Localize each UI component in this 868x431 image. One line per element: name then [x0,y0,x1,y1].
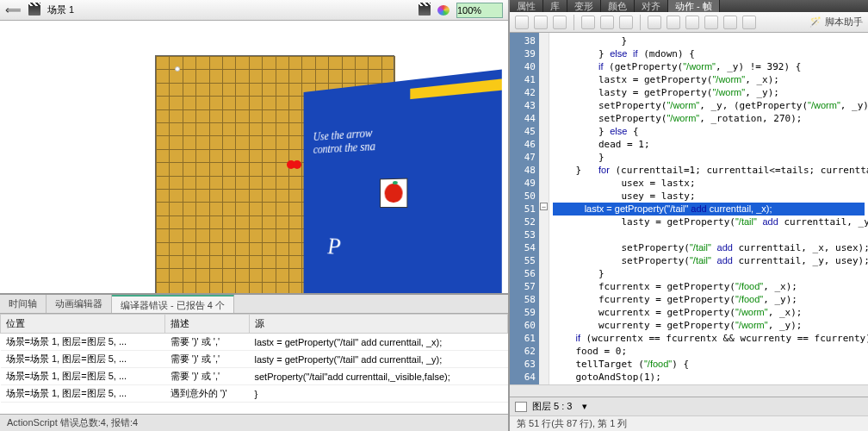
scene-icon [28,5,40,16]
errors-table[interactable]: 位置 描述 源 场景=场景 1, 图层=图层 5, ...需要 ')' 或 ',… [0,314,508,414]
find-icon[interactable] [534,16,548,29]
layer-icon [515,402,527,412]
tab-library[interactable]: 库 [543,0,567,12]
zoom-select[interactable] [456,3,503,18]
back-arrow-icon[interactable]: ⟸ [5,3,22,16]
scene-name: 场景 1 [47,3,74,16]
banner-stripe [410,78,501,99]
collapse-icon[interactable] [666,16,680,29]
error-row[interactable]: 场景=场景 1, 图层=图层 5, ...遇到意外的 ')'} [1,385,508,403]
tab-timeline[interactable]: 时间轴 [0,295,46,313]
code-status: 第 51 行(共 87 行), 第 1 列 [510,415,868,431]
tab-align[interactable]: 对齐 [635,0,668,12]
tab-actions[interactable]: 动作 - 帧 [668,0,720,12]
bottom-tabs: 时间轴 动画编辑器 编译器错误 - 已报告 4 个 [0,295,508,314]
tab-compiler-errors[interactable]: 编译器错误 - 已报告 4 个 [112,295,234,313]
tab-transform[interactable]: 变形 [567,0,601,12]
col-source[interactable]: 源 [249,315,507,334]
code-editor[interactable]: 3839404142434445464748495051525354555657… [510,33,868,384]
error-row[interactable]: 场景=场景 1, 图层=图层 5, ...需要 ')' 或 ','lastx =… [1,334,508,351]
stage-canvas[interactable]: Use the arrow controt the sna P [155,55,394,293]
status-bar: ActionScript 错误总数:4, 报错:4 [0,414,508,431]
col-location[interactable]: 位置 [1,315,165,334]
panel-tabs: 属性 库 变形 颜色 对齐 动作 - 帧 [510,0,868,12]
add-snippet-icon[interactable] [515,16,529,29]
stage-header: ⟸ 场景 1 [0,0,508,21]
title-card: Use the arrow controt the sna P [304,69,502,293]
tab-motion-editor[interactable]: 动画编辑器 [46,295,112,313]
layer-tab[interactable]: 图层 5 : 3 [532,400,572,413]
expand-icon[interactable] [685,16,699,29]
error-row[interactable]: 场景=场景 1, 图层=图层 5, ...需要 ')' 或 ','lasty =… [1,351,508,368]
debug-icon[interactable] [648,16,661,29]
edit-scene-icon[interactable] [418,5,431,16]
code-toolbar: 🪄 脚本助手 [510,12,868,33]
stage-area[interactable]: Use the arrow controt the sna P [0,21,508,293]
apple-card [380,178,407,208]
col-desc[interactable]: 描述 [165,315,250,334]
tab-properties[interactable]: 属性 [510,0,543,12]
check-syntax-icon[interactable] [581,16,595,29]
fold-minus-icon[interactable]: − [540,203,548,210]
chevron-down-icon[interactable]: ▾ [582,401,587,412]
auto-format-icon[interactable] [600,16,614,29]
target-icon[interactable] [553,16,567,29]
layer-tab-bar: 图层 5 : 3 ▾ [510,397,868,415]
error-row[interactable]: 场景=场景 1, 图层=图层 5, ...需要 ')' 或 ','setProp… [1,368,508,385]
apply-icon[interactable] [742,16,756,29]
wand-icon: 🪄 [809,16,822,28]
worm-head [175,66,180,72]
tab-color[interactable]: 颜色 [601,0,635,12]
apple-icon [385,184,403,203]
uncomment-icon[interactable] [723,16,737,29]
comment-icon[interactable] [704,16,718,29]
palette-icon[interactable] [437,5,450,16]
horizontal-scrollbar[interactable] [510,384,868,397]
cherry-sprite [287,158,302,170]
script-assist-button[interactable]: 🪄 脚本助手 [809,16,863,28]
p-letter: P [327,232,487,268]
show-hint-icon[interactable] [619,16,633,29]
